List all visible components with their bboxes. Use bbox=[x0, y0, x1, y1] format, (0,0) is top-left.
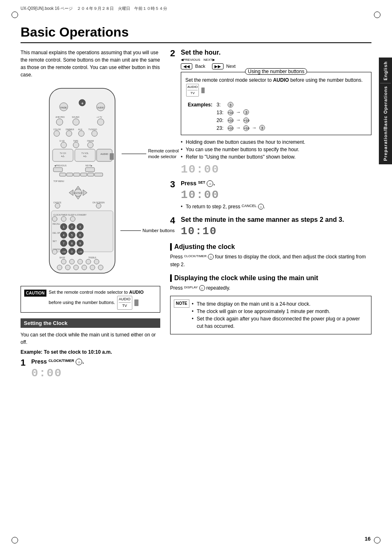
svg-text:CLOCK/TIMER  SLEEP  A.STANDBY: CLOCK/TIMER SLEEP A.STANDBY bbox=[53, 214, 87, 216]
svg-rect-39 bbox=[85, 168, 95, 172]
note-box: NOTE The time display on the main unit i… bbox=[170, 296, 371, 334]
example-num-4: 23: bbox=[215, 124, 225, 131]
page-title: Basic Operations bbox=[21, 25, 371, 43]
svg-text:+10: +10 bbox=[62, 251, 66, 253]
svg-text:AUDIO: AUDIO bbox=[100, 153, 108, 155]
svg-text:AUDIO: AUDIO bbox=[97, 106, 104, 109]
svg-text:TOP MENU: TOP MENU bbox=[53, 180, 65, 182]
svg-point-94 bbox=[61, 259, 66, 264]
svg-point-24 bbox=[61, 142, 67, 148]
step-4-number: 4 bbox=[170, 216, 178, 225]
svg-text:COLOR: COLOR bbox=[53, 128, 61, 131]
number-buttons-text: Set the remote control mode selector to … bbox=[185, 76, 367, 97]
svg-point-62 bbox=[70, 216, 75, 221]
svg-text:BASS: BASS bbox=[60, 256, 65, 259]
step-2-bullet-3: Refer to "Using the number buttons" show… bbox=[181, 153, 371, 161]
section-header-clock: Setting the Clock bbox=[21, 318, 160, 328]
top-info: UX-Q09[UN].book 16 ページ ２０４年９月２８日 火曜日 午前１… bbox=[21, 6, 167, 12]
adjusting-clock-text: Press CLOCK/TIMER ○ four times to displa… bbox=[170, 253, 371, 269]
svg-point-60 bbox=[52, 216, 57, 221]
side-tab-divider bbox=[380, 83, 391, 83]
svg-point-95 bbox=[69, 259, 74, 264]
step-1-content: Press CLOCK/TIMER ○. 0:00 bbox=[31, 358, 160, 380]
step-1-button-label: CLOCK/TIMER bbox=[48, 359, 74, 363]
svg-rect-41 bbox=[67, 173, 73, 176]
page-number: 16 bbox=[365, 536, 371, 542]
step-2-bullet-2: You can use the number buttons to specif… bbox=[181, 146, 371, 153]
svg-text:5: 5 bbox=[71, 234, 73, 237]
example-val-2: +10 → 3 bbox=[226, 109, 267, 116]
note-item-1: The time display on the main unit is a 2… bbox=[192, 300, 368, 308]
svg-point-56 bbox=[55, 203, 60, 208]
step-3-bullet: To return to step 2, press CANCEL ○. bbox=[181, 203, 371, 210]
svg-point-102 bbox=[82, 265, 87, 270]
displaying-clock-title: Displaying the clock while using the mai… bbox=[170, 274, 371, 282]
step-2-number: 2 bbox=[170, 49, 178, 58]
svg-text:NEXT▶: NEXT▶ bbox=[85, 164, 92, 167]
svg-point-10 bbox=[56, 119, 63, 125]
svg-text:8: 8 bbox=[71, 242, 73, 245]
step-2-buttons: ◀PREVIOUS NEXT▶ bbox=[181, 58, 371, 62]
svg-text:DEL OP: DEL OP bbox=[53, 232, 60, 234]
svg-rect-43 bbox=[81, 173, 87, 176]
callout-number-buttons: Number buttons bbox=[120, 228, 175, 233]
cancel-button: ○ bbox=[258, 204, 264, 210]
step-4-content: Set the minute in the same manner as ste… bbox=[181, 216, 371, 237]
svg-point-19 bbox=[78, 131, 84, 136]
examples-label: Examples: bbox=[186, 101, 214, 108]
step-2: 2 Set the hour. ◀PREVIOUS NEXT▶ ◀◀ Back … bbox=[170, 49, 371, 176]
svg-point-17 bbox=[54, 131, 60, 136]
svg-point-25 bbox=[73, 142, 79, 148]
svg-text:FADE: FADE bbox=[60, 106, 67, 109]
svg-text:FM/AM: FM/AM bbox=[87, 140, 94, 142]
corner-mark-br bbox=[374, 537, 380, 543]
example-num-1: 3: bbox=[215, 101, 225, 108]
svg-text:TREBLE: TREBLE bbox=[88, 256, 97, 259]
step-2-content: Set the hour. ◀PREVIOUS NEXT▶ ◀◀ Back ▶▶… bbox=[181, 49, 371, 176]
step-4-display: 10:10 bbox=[181, 225, 371, 237]
svg-rect-35 bbox=[110, 153, 114, 160]
step-3-title: Press SET ○. bbox=[181, 180, 371, 187]
intro-text: This manual explains the operations assu… bbox=[21, 49, 160, 78]
svg-point-85 bbox=[52, 249, 57, 254]
corner-mark-tr bbox=[374, 12, 380, 18]
step-2-bullets: Holding down the button causes the hour … bbox=[181, 138, 371, 161]
left-column: This manual explains the operations assu… bbox=[21, 49, 160, 384]
svg-rect-42 bbox=[74, 173, 80, 176]
step-1-number: 1 bbox=[21, 358, 28, 367]
svg-point-18 bbox=[66, 131, 72, 136]
side-tab: English Preparation/Basic Operations bbox=[379, 58, 392, 164]
svg-point-101 bbox=[74, 265, 78, 270]
step-2-display: 10:00 bbox=[181, 163, 371, 176]
step-1-display: 0:00 bbox=[31, 367, 160, 380]
svg-point-104 bbox=[98, 265, 103, 270]
caution-text: Set the remote control mode selector to … bbox=[49, 289, 157, 310]
svg-rect-40 bbox=[60, 173, 66, 176]
cancel-label: CANCEL bbox=[242, 204, 257, 208]
svg-text:TAPE: TAPE bbox=[73, 140, 78, 142]
remote-illustration: FADE ⏻ AUDIO AHB PRO SOUND +1 TV CO bbox=[21, 84, 160, 283]
step-3-number: 3 bbox=[170, 180, 178, 189]
example-val-3: +10 → +10 bbox=[226, 117, 267, 124]
clock-intro: You can set the clock while the main uni… bbox=[21, 331, 160, 346]
step-2-bullet-1: Holding down the button causes the hour … bbox=[181, 138, 371, 146]
corner-mark-tl bbox=[12, 12, 18, 18]
svg-text:+/-: +/- bbox=[61, 154, 65, 158]
step-3: 3 Press SET ○. 10:00 To return to step 2… bbox=[170, 180, 371, 212]
svg-rect-38 bbox=[53, 168, 62, 172]
example-val-4: +10 → +10 → 3 bbox=[226, 124, 267, 131]
svg-text:3: 3 bbox=[79, 226, 81, 228]
number-buttons-title: Using the number buttons bbox=[245, 68, 307, 75]
svg-point-99 bbox=[57, 265, 62, 270]
step-4: 4 Set the minute in the same manner as s… bbox=[170, 216, 371, 237]
side-tab-section: Preparation/Basic Operations bbox=[383, 86, 388, 161]
svg-text:RECALL: RECALL bbox=[53, 223, 61, 225]
display-button: ○ bbox=[199, 285, 205, 291]
main-content: Basic Operations This manual explains th… bbox=[21, 25, 371, 530]
step-1-title: Press CLOCK/TIMER ○. bbox=[31, 358, 160, 365]
number-buttons-box: Using the number buttons Set the remote … bbox=[181, 72, 371, 135]
svg-text:SOUND: SOUND bbox=[72, 116, 79, 118]
caution-box: CAUTION Set the remote control mode sele… bbox=[21, 286, 160, 313]
step-1-button: ○ bbox=[76, 359, 82, 365]
svg-text:D-VD: D-VD bbox=[60, 140, 65, 142]
